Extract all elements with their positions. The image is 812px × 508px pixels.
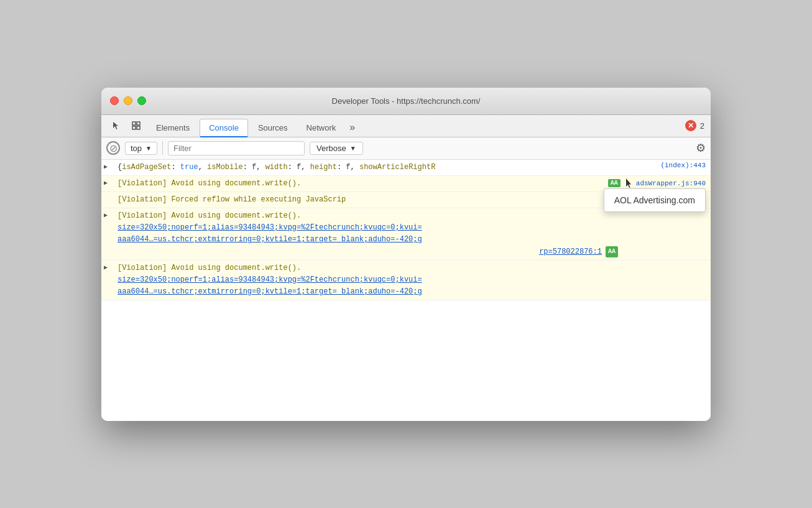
settings-icon[interactable]: ⚙	[696, 141, 706, 155]
url-link-4c[interactable]: rp=578022876:1	[539, 246, 602, 258]
separator	[162, 141, 163, 155]
aa-badge-2: AA	[608, 179, 621, 187]
row-gutter-1: ▶	[101, 162, 114, 170]
maximize-button[interactable]	[137, 96, 146, 105]
row-content-5: [Violation] Avoid using document.write()…	[114, 262, 624, 298]
console-toolbar: ⊘ top ▼ Verbose ▼ ⚙	[101, 137, 711, 160]
window-title: Developer Tools - https://techcrunch.com…	[332, 96, 481, 106]
svg-rect-1	[137, 122, 140, 125]
source-link-2[interactable]: adsWrapper.js:940	[636, 180, 706, 187]
tabs: Elements Console Sources Network »	[147, 115, 683, 137]
row-gutter-5: ▶	[101, 262, 114, 271]
expand-triangle-4[interactable]: ▶	[104, 211, 108, 219]
expand-triangle-2[interactable]: ▶	[104, 179, 108, 187]
svg-rect-3	[137, 126, 140, 129]
aa-tooltip: AOL Advertising.com	[604, 188, 706, 212]
row-gutter-2: ▶	[101, 178, 114, 187]
tab-sources[interactable]: Sources	[249, 119, 297, 137]
cursor-tool-button[interactable]	[108, 117, 125, 134]
url-link-4b[interactable]: aaa6044…=us.tchcr;extmirroring=0;kvtile=…	[118, 235, 422, 244]
title-bar: Developer Tools - https://techcrunch.com…	[101, 88, 711, 115]
console-row-1: ▶ {isAdPageSet: true, isMobile: f, width…	[101, 160, 711, 176]
context-selector[interactable]: top ▼	[125, 142, 157, 155]
row-content-2: [Violation] Avoid using document.write()…	[114, 178, 586, 190]
more-tabs-button[interactable]: »	[346, 118, 359, 137]
tab-console[interactable]: Console	[200, 119, 248, 137]
context-dropdown-arrow: ▼	[145, 145, 152, 152]
error-count: 2	[700, 121, 704, 131]
svg-rect-0	[132, 122, 136, 125]
traffic-lights	[110, 96, 146, 105]
row-source-2: AA adsWrapper.js:940	[586, 178, 711, 189]
row-content-4: [Violation] Avoid using document.write()…	[114, 210, 624, 258]
console-content: ▶ {isAdPageSet: true, isMobile: f, width…	[101, 160, 711, 421]
error-badge: ✕ 2	[685, 120, 704, 131]
row-content-3: [Violation] Forced reflow while executin…	[114, 194, 624, 206]
tab-network[interactable]: Network	[298, 119, 345, 137]
expand-triangle-1[interactable]: ▶	[104, 163, 108, 170]
close-button[interactable]	[110, 96, 119, 105]
row-source-1: (index):443	[624, 162, 711, 169]
url-link-4a[interactable]: size=320x50;noperf=1;alias=93484943;kvpg…	[118, 223, 422, 232]
row-gutter-3	[101, 194, 114, 195]
tab-bar: Elements Console Sources Network » ✕ 2	[101, 115, 711, 137]
cursor-icon	[625, 178, 634, 189]
url-link-5b[interactable]: aaa6044…=us.tchcr;extmirroring=0;kvtile=…	[118, 287, 422, 296]
url-link-5a[interactable]: size=320x50;noperf=1;alias=93484943;kvpg…	[118, 275, 422, 284]
expand-triangle-5[interactable]: ▶	[104, 264, 108, 271]
aa-badge-4: AA	[606, 246, 618, 257]
devtools-window: Developer Tools - https://techcrunch.com…	[101, 88, 711, 421]
svg-rect-2	[132, 126, 136, 129]
console-row-4: ▶ [Violation] Avoid using document.write…	[101, 208, 711, 261]
no-entry-icon[interactable]: ⊘	[106, 141, 120, 155]
console-row-2: ▶ [Violation] Avoid using document.write…	[101, 176, 711, 192]
verbose-selector[interactable]: Verbose ▼	[310, 142, 363, 155]
verbose-dropdown-arrow: ▼	[350, 145, 356, 152]
tab-elements[interactable]: Elements	[147, 119, 198, 137]
inspect-tool-button[interactable]	[127, 117, 145, 134]
filter-input[interactable]	[168, 141, 305, 155]
console-row-5: ▶ [Violation] Avoid using document.write…	[101, 261, 711, 301]
row-gutter-4: ▶	[101, 210, 114, 219]
source-link-1[interactable]: (index):443	[660, 162, 706, 169]
error-icon: ✕	[685, 120, 696, 131]
row-content-1: {isAdPageSet: true, isMobile: f, width: …	[114, 162, 624, 173]
minimize-button[interactable]	[124, 96, 132, 105]
